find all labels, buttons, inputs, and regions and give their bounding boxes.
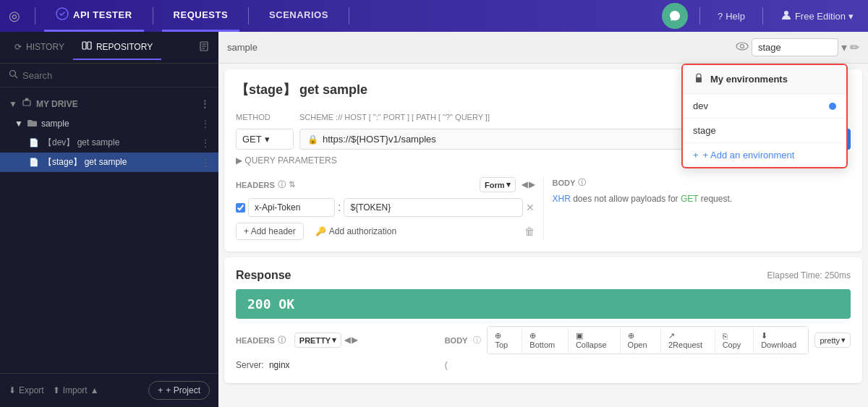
search-input[interactable] [22,70,210,81]
bottom-button[interactable]: ⊕ Bottom [522,327,569,354]
env-item-dev[interactable]: dev [683,94,846,119]
add-header-button[interactable]: + Add header [236,223,304,240]
free-edition-label: Free Edition [795,11,846,22]
eye-icon[interactable] [736,40,749,56]
collapse-button[interactable]: ▣ Collapse [569,327,621,354]
folder-sample[interactable]: ▼ sample ⋮ [0,114,218,133]
env-dev-dot [829,103,836,110]
env-select[interactable]: stage [752,38,838,56]
nav-requests-label: REQUESTS [174,9,229,20]
resp-arrow-left-icon: ◀ [344,335,350,345]
headers-arrows[interactable]: ◀ ▶ [522,180,535,189]
server-header-line: Server: nginx [236,359,439,372]
headers-pretty-select[interactable]: pretty ▾ [294,333,341,348]
resp-headers-arrows[interactable]: ◀ ▶ [344,335,357,345]
tab-history[interactable]: ⟳ HISTORY [6,36,73,59]
header-key-input[interactable] [248,198,335,217]
edit-icon[interactable]: ✏ [850,40,859,54]
response-toolbar: ⊕ Top ⊕ Bottom ▣ Collapse ⊕ Open ↗ 2Requ… [487,326,809,354]
env-add-label: + Add an environment [703,150,795,160]
sort-icon[interactable]: ⇅ [289,180,295,189]
add-auth-button[interactable]: 🔑 Add authorization [315,226,396,236]
my-drive-header[interactable]: ▼ MY DRIVE ⋮ [0,93,218,114]
header-value-input[interactable] [344,198,522,217]
tree-section-my-drive: ▼ MY DRIVE ⋮ ▼ [0,93,218,172]
tree-item-dev-get-sample[interactable]: 📄 【dev】 get sample ⋮ [0,133,218,153]
import-button[interactable]: ⬆ Import ▲ [53,385,99,395]
nav-item-requests[interactable]: REQUESTS [162,0,240,32]
repository-icon [82,40,92,53]
arrow-left-icon: ◀ [522,180,527,189]
headers-form-select[interactable]: Form ▾ [480,177,516,192]
svg-point-11 [736,43,748,50]
svg-point-1 [784,11,788,15]
pretty-arrow-icon: ▾ [332,335,336,345]
dev-item-dots[interactable]: ⋮ [201,138,210,148]
nav-right: ? Help Free Edition ▾ [662,3,859,29]
method-select[interactable]: GET ▾ [236,129,294,150]
nav-scenarios-label: SCENARIOS [269,9,328,20]
nav-divider-5 [699,7,700,25]
free-edition-button[interactable]: Free Edition ▾ [775,9,859,23]
svg-rect-13 [696,77,702,82]
copy-button[interactable]: ⎘ Copy [715,327,754,354]
env-dropdown-header-label: My environments [710,74,788,85]
help-button[interactable]: ? Help [712,11,751,22]
export-label: Export [19,385,44,395]
env-dropdown: My environments dev stage + + Add an env… [681,64,848,168]
to-request-button[interactable]: ↗ 2Request [661,327,715,354]
tab-repository[interactable]: REPOSITORY [73,35,161,60]
chat-button[interactable] [662,3,688,29]
key-icon: 🔑 [315,226,326,236]
export-icon: ⬇ [9,385,16,395]
env-add-button[interactable]: + + Add an environment [683,143,846,167]
server-value: nginx [269,360,290,370]
svg-rect-10 [23,100,30,106]
query-params-label: ▶ QUERY PARAMETERS [236,155,337,166]
body-panel: BODY ⓘ XHR does not allow payloads for G… [544,177,851,204]
my-drive-dots[interactable]: ⋮ [200,98,210,110]
svg-rect-2 [82,42,86,49]
help-icon: ? [718,11,723,22]
request-bar: sample stage ▾ ✏ [218,32,868,64]
elapsed-time: Elapsed Time: 250ms [767,270,851,280]
project-button[interactable]: + + Project [148,381,210,400]
response-body-header: BODY ⓘ ⊕ Top ⊕ Bottom ▣ Collapse ⊕ Open … [445,326,851,354]
history-icon: ⟳ [14,42,22,52]
download-button[interactable]: ⬇ Download [754,327,808,354]
stage-item-dots[interactable]: ⋮ [201,158,210,168]
delete-header-icon[interactable]: 🗑 [524,226,535,237]
env-add-plus-icon: + [693,150,699,160]
header-actions: + Add header 🔑 Add authorization 🗑 [236,223,535,240]
document-icon[interactable] [195,39,213,57]
headers-panel-label: HEADERS ⓘ ⇅ Form ▾ ◀ ▶ [236,177,535,192]
tree-item-stage-get-sample[interactable]: 📄 【stage】 get sample ⋮ [0,153,218,172]
resp-headers-text: HEADERS [236,336,275,345]
remove-header-icon[interactable]: ✕ [526,202,535,213]
env-value: stage [758,42,781,53]
nav-item-scenarios[interactable]: SCENARIOS [258,0,340,32]
env-dropdown-arrow[interactable]: ▾ [841,40,847,54]
help-label: Help [726,11,745,22]
nav-item-api-tester[interactable]: API TESTER [44,0,144,32]
open-button[interactable]: ⊕ Open [621,327,661,354]
response-body-row: Server: nginx ( [236,359,851,372]
header-checkbox[interactable] [236,203,245,213]
svg-point-12 [741,44,744,48]
dev-get-sample-label: 【dev】 get sample [43,137,119,149]
body-info-icon: ⓘ [578,177,586,188]
top-nav: ◎ API TESTER REQUESTS SCENARIOS ? Help [0,0,868,32]
export-button[interactable]: ⬇ Export [9,385,44,395]
add-auth-label: Add authorization [329,226,396,236]
env-item-stage[interactable]: stage [683,119,846,143]
body-pretty-select[interactable]: pretty ▾ [814,333,851,348]
body-code-line-1: ( [445,359,851,372]
folder-dots[interactable]: ⋮ [201,119,210,129]
env-header-icon [693,72,705,86]
plus-icon: + [158,385,163,395]
import-label: Import [63,385,88,395]
form-value: Form [485,181,505,189]
pretty-value: pretty [299,336,331,345]
nav-divider-3 [248,7,249,25]
top-button[interactable]: ⊕ Top [488,327,522,354]
